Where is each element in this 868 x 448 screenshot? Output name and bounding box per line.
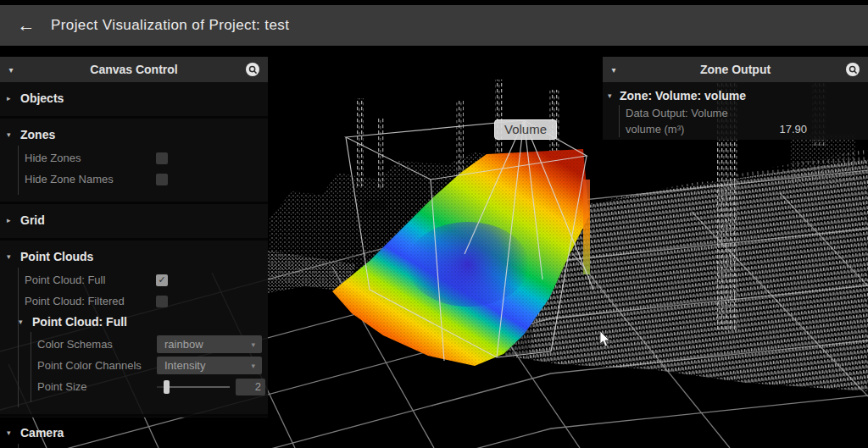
color-schemas-row: Color Schemas rainbow ▾ [31, 334, 268, 355]
canvas-control-title: Canvas Control [0, 63, 268, 76]
point-cloud-full-checkbox[interactable]: ✓ [156, 274, 168, 286]
section-objects[interactable]: ▸ Objects [0, 87, 268, 109]
volume-value-row: volume (m³) 17.90 [620, 121, 868, 137]
point-color-channels-row: Point Color Channels Intensity ▾ [31, 355, 268, 376]
point-cloud-filtered-row: Point Cloud: Filtered [19, 290, 268, 312]
chevron-down-icon: ▾ [251, 362, 262, 370]
hide-zones-checkbox[interactable] [156, 152, 168, 164]
zone-volume-label: Volume [494, 119, 557, 140]
point-color-channels-select[interactable]: Intensity ▾ [157, 357, 262, 374]
subsection-point-cloud-full[interactable]: ▾ Point Cloud: Full [19, 312, 268, 332]
chevron-down-icon: ▾ [608, 91, 618, 100]
chevron-down-icon: ▾ [7, 252, 17, 261]
chevron-down-icon: ▾ [251, 340, 262, 349]
section-camera[interactable]: ▾ Camera [0, 422, 268, 444]
section-point-clouds[interactable]: ▾ Point Clouds [0, 246, 268, 268]
point-size-row: Point Size 2 [31, 376, 268, 397]
chevron-down-icon: ▾ [19, 318, 29, 326]
back-button[interactable]: ← [15, 14, 37, 36]
zone-volume-section[interactable]: ▾ Zone: Volume: volume [603, 86, 868, 105]
chevron-right-icon: ▸ [7, 94, 17, 102]
chevron-down-icon: ▾ [7, 429, 17, 437]
hide-zone-names-row: Hide Zone Names [19, 169, 268, 190]
hide-zone-names-checkbox[interactable] [156, 174, 168, 185]
magnifier-icon[interactable] [846, 63, 860, 76]
chevron-right-icon: ▸ [7, 216, 17, 224]
canvas-control-panel: ▾ Canvas Control ▸ Objects ▾ Zones Hide … [0, 57, 268, 418]
zone-output-panel: ▾ Zone Output ▾ Zone: Volume: volume Dat… [603, 57, 868, 140]
canvas-control-header[interactable]: ▾ Canvas Control [0, 57, 268, 82]
point-size-value[interactable]: 2 [236, 379, 265, 395]
point-cloud-filtered-checkbox[interactable] [156, 296, 168, 307]
point-size-slider[interactable] [157, 380, 230, 394]
app-header: ← Project Visualization of Project: test [0, 5, 868, 46]
color-schemas-select[interactable]: rainbow ▾ [157, 335, 262, 353]
section-zones[interactable]: ▾ Zones [0, 124, 268, 146]
zone-output-title: Zone Output [603, 63, 868, 76]
point-cloud-full-row: Point Cloud: Full ✓ [19, 269, 268, 290]
mouse-cursor [599, 331, 611, 348]
data-output-row: Data Output: Volume [620, 105, 868, 121]
slider-handle[interactable] [164, 380, 170, 394]
magnifier-icon[interactable] [246, 63, 259, 76]
chevron-down-icon: ▾ [7, 130, 17, 139]
volume-value: 17.90 [779, 123, 807, 136]
zone-output-header[interactable]: ▾ Zone Output [603, 57, 868, 82]
page-title: Project Visualization of Project: test [51, 17, 289, 34]
hide-zones-row: Hide Zones [19, 147, 268, 169]
section-grid[interactable]: ▸ Grid [0, 209, 268, 231]
